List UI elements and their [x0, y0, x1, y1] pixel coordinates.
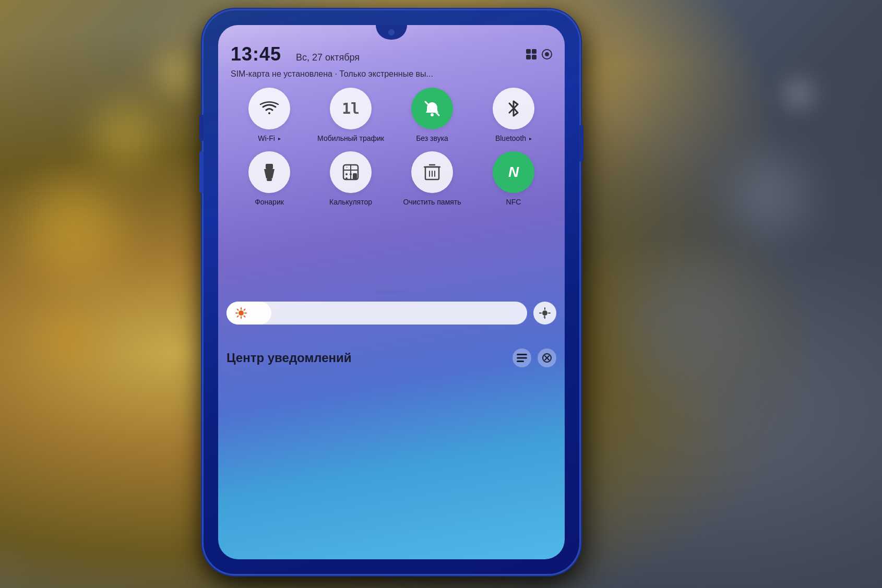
notification-list-button[interactable] [512, 349, 531, 367]
wifi-tile[interactable]: Wi-Fi ▸ [231, 88, 308, 143]
silent-label: Без звука [416, 134, 448, 143]
bluetooth-arrow: ▸ [529, 136, 532, 141]
svg-point-20 [239, 310, 244, 316]
svg-rect-35 [517, 354, 527, 355]
calculator-icon-circle[interactable]: + - [330, 151, 372, 193]
power-button[interactable] [579, 125, 583, 162]
status-bar: 13:45 Вс, 27 октября [218, 43, 565, 65]
phone-screen: 13:45 Вс, 27 октября SIM-карта не устано… [218, 25, 565, 559]
svg-rect-36 [517, 357, 527, 359]
svg-line-25 [237, 309, 239, 310]
auto-brightness-button[interactable]: A [533, 302, 556, 325]
date-display: Вс, 27 октября [296, 52, 360, 63]
volume-down-button[interactable] [199, 151, 204, 193]
brightness-row: A [227, 302, 556, 325]
flashlight-tile[interactable]: Фонарик [231, 151, 308, 207]
bluetooth-icon-circle[interactable] [493, 88, 534, 129]
brightness-sun-icon [233, 305, 249, 321]
notification-header: Центр уведомлений [227, 349, 556, 367]
calculator-tile[interactable]: + - Калькулятор [312, 151, 389, 207]
svg-line-28 [237, 316, 239, 317]
screen-record-icon [542, 49, 552, 59]
svg-line-26 [244, 316, 245, 317]
clear-memory-icon-circle[interactable] [411, 151, 453, 193]
phone-notch [376, 25, 407, 40]
svg-point-0 [431, 113, 434, 116]
grid-icon [526, 49, 537, 59]
nfc-label: NFC [506, 197, 521, 207]
volume-up-button[interactable] [199, 115, 204, 141]
clear-memory-tile[interactable]: Очистить память [394, 151, 471, 207]
svg-marker-3 [264, 169, 275, 178]
sim-status-text: SIM-карта не установлена · Только экстре… [231, 69, 552, 79]
wifi-arrow: ▸ [278, 136, 281, 141]
notification-center-title: Центр уведомлений [227, 351, 352, 365]
quick-settings-row-2: Фонарик + - [227, 151, 556, 207]
wifi-icon-circle[interactable] [248, 88, 290, 129]
phone-body: 13:45 Вс, 27 октября SIM-карта не устано… [204, 10, 579, 574]
bluetooth-tile[interactable]: Bluetooth ▸ [475, 88, 552, 143]
silent-tile[interactable]: Без звука [394, 88, 471, 143]
quick-settings-row-1: Wi-Fi ▸ 1l Мобильный трафик [227, 88, 556, 143]
svg-text:A: A [543, 315, 546, 318]
svg-rect-37 [517, 361, 524, 362]
silent-icon-circle[interactable] [411, 88, 453, 129]
flashlight-label: Фонарик [255, 197, 284, 207]
notification-actions [512, 349, 556, 367]
bluetooth-label: Bluetooth [495, 134, 526, 143]
scroll-indicator [376, 291, 407, 293]
nfc-tile[interactable]: N NFC [475, 151, 552, 207]
mobile-label: Мобильный трафик [317, 134, 384, 143]
svg-rect-4 [267, 178, 272, 181]
phone: 13:45 Вс, 27 октября SIM-карта не устано… [204, 10, 600, 584]
flashlight-icon-circle[interactable] [248, 151, 290, 193]
time-display: 13:45 [231, 43, 281, 65]
front-camera [388, 29, 395, 35]
wifi-label: Wi-Fi [258, 134, 275, 143]
svg-point-11 [345, 173, 348, 175]
svg-rect-14 [353, 173, 357, 179]
nfc-n-letter: N [508, 164, 519, 181]
status-icons [526, 49, 552, 59]
brightness-slider[interactable] [227, 302, 527, 325]
svg-point-12 [345, 177, 348, 179]
svg-text:+: + [346, 165, 348, 169]
nfc-icon-circle[interactable]: N [493, 151, 534, 193]
svg-text:-: - [352, 165, 353, 169]
clear-memory-label: Очистить память [403, 197, 461, 207]
svg-rect-2 [266, 164, 273, 169]
calculator-label: Калькулятор [329, 197, 372, 207]
mobile-icon-circle[interactable]: 1l [330, 88, 372, 129]
svg-line-27 [244, 309, 245, 310]
mobile-tile[interactable]: 1l Мобильный трафик [312, 88, 389, 143]
notification-center: Центр уведомлений [227, 349, 556, 371]
quick-settings-panel: Wi-Fi ▸ 1l Мобильный трафик [227, 88, 556, 215]
svg-point-13 [350, 173, 352, 175]
notification-clear-button[interactable] [538, 349, 556, 367]
